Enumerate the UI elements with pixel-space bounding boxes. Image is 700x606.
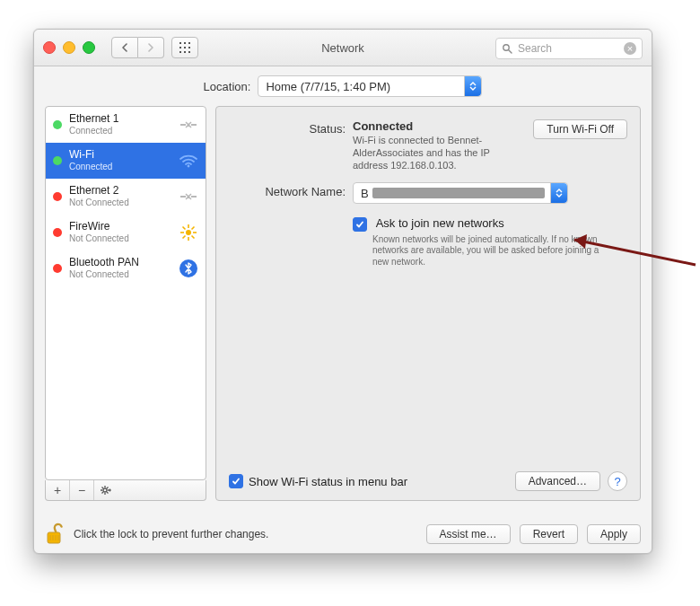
remove-interface-button[interactable]: − <box>70 480 94 500</box>
ask-join-checkbox[interactable] <box>353 217 367 232</box>
interface-item-wifi[interactable]: Wi-Fi Connected <box>46 143 206 179</box>
svg-point-12 <box>188 165 190 168</box>
revert-button[interactable]: Revert <box>520 524 578 544</box>
svg-rect-6 <box>179 51 181 53</box>
clear-search-button[interactable]: × <box>624 42 636 55</box>
firewire-icon <box>177 223 200 242</box>
interface-list[interactable]: Ethernet 1 Connected Wi-Fi Connected <box>45 106 206 480</box>
svg-rect-0 <box>179 42 181 44</box>
assist-button[interactable]: Assist me… <box>426 524 511 544</box>
ask-join-label: Ask to join new networks <box>376 216 504 230</box>
lock-button[interactable] <box>45 523 65 546</box>
search-placeholder: Search <box>518 42 624 55</box>
unlocked-padlock-icon <box>45 523 65 546</box>
window-controls <box>43 41 95 54</box>
svg-point-9 <box>503 45 509 50</box>
chevron-left-icon <box>121 43 128 52</box>
search-field[interactable]: Search × <box>495 38 643 59</box>
location-label: Location: <box>204 80 251 93</box>
ethernet-icon <box>177 187 200 206</box>
gear-icon <box>100 485 112 496</box>
status-dot-icon <box>53 264 62 273</box>
close-window-button[interactable] <box>43 41 56 54</box>
svg-point-11 <box>188 124 189 126</box>
network-name-prefix: B <box>361 187 369 200</box>
svg-point-13 <box>188 196 189 198</box>
sidebar-toolbar: + − <box>45 480 206 501</box>
svg-rect-7 <box>184 51 186 53</box>
interface-name: Wi-Fi <box>69 149 170 162</box>
network-prefs-window: Network Search × Location: Home (7/7/15,… <box>33 29 652 554</box>
location-value: Home (7/7/15, 1:40 PM) <box>266 80 390 93</box>
svg-line-19 <box>183 227 186 230</box>
svg-rect-3 <box>179 47 181 48</box>
ethernet-icon <box>177 115 200 135</box>
show-menubar-checkbox[interactable] <box>229 474 243 488</box>
interface-item-firewire[interactable]: FireWire Not Connected <box>46 215 206 250</box>
bluetooth-icon <box>177 259 200 278</box>
stepper-arrows-icon <box>550 183 567 203</box>
svg-line-32 <box>102 492 104 494</box>
wifi-icon <box>177 151 200 171</box>
status-value: Connected <box>353 119 517 133</box>
lock-text: Click the lock to prevent further change… <box>74 528 268 540</box>
interface-actions-button[interactable] <box>94 480 118 500</box>
interface-item-ethernet-1[interactable]: Ethernet 1 Connected <box>46 107 206 143</box>
advanced-button[interactable]: Advanced… <box>515 471 600 491</box>
stepper-arrows-icon <box>464 76 481 96</box>
svg-line-30 <box>107 492 109 494</box>
svg-rect-4 <box>184 47 186 48</box>
interface-name: FireWire <box>69 221 170 233</box>
back-button[interactable] <box>111 37 138 58</box>
svg-point-24 <box>103 488 107 492</box>
help-button[interactable]: ? <box>608 471 627 491</box>
wifi-toggle-button[interactable]: Turn Wi-Fi Off <box>533 119 627 139</box>
minimize-window-button[interactable] <box>63 41 75 54</box>
interface-name: Bluetooth PAN <box>69 257 170 269</box>
status-label: Status: <box>229 119 353 136</box>
interface-name: Ethernet 1 <box>69 113 170 126</box>
svg-line-29 <box>102 487 104 489</box>
interface-sidebar: Ethernet 1 Connected Wi-Fi Connected <box>45 106 206 501</box>
titlebar: Network Search × <box>34 30 652 66</box>
interface-name: Ethernet 2 <box>69 185 170 198</box>
nav-buttons <box>111 37 164 58</box>
footer: Click the lock to prevent further change… <box>45 523 641 546</box>
forward-button[interactable] <box>138 37 164 58</box>
status-info: Wi-Fi is connected to Bennet-AlderAssoci… <box>353 135 517 171</box>
status-dot-icon <box>53 228 62 237</box>
interface-status: Not Connected <box>69 198 170 208</box>
network-name-redacted <box>372 188 545 198</box>
svg-rect-5 <box>188 47 190 48</box>
svg-rect-8 <box>188 51 190 53</box>
interface-status: Connected <box>69 162 170 172</box>
svg-line-31 <box>107 487 109 489</box>
location-select[interactable]: Home (7/7/15, 1:40 PM) <box>258 75 482 97</box>
show-all-button[interactable] <box>171 37 198 58</box>
interface-status: Connected <box>69 126 170 136</box>
apply-button[interactable]: Apply <box>587 524 641 544</box>
svg-rect-1 <box>184 42 186 44</box>
search-icon <box>502 43 512 54</box>
svg-line-22 <box>183 236 186 239</box>
svg-rect-2 <box>188 42 190 44</box>
show-menubar-label: Show Wi-Fi status in menu bar <box>249 475 407 488</box>
detail-panel: Status: Connected Wi-Fi is connected to … <box>215 106 641 501</box>
svg-line-21 <box>192 227 195 230</box>
svg-line-20 <box>192 236 195 239</box>
add-interface-button[interactable]: + <box>46 480 70 500</box>
interface-status: Not Connected <box>69 269 170 280</box>
interface-status: Not Connected <box>69 233 170 244</box>
status-dot-icon <box>53 120 62 129</box>
status-dot-icon <box>53 192 62 201</box>
ask-join-hint: Known networks will be joined automatica… <box>372 234 606 268</box>
interface-item-ethernet-2[interactable]: Ethernet 2 Not Connected <box>46 179 206 215</box>
grid-icon <box>179 42 190 53</box>
interface-item-bluetooth-pan[interactable]: Bluetooth PAN Not Connected <box>46 250 206 286</box>
zoom-window-button[interactable] <box>83 41 95 54</box>
location-row: Location: Home (7/7/15, 1:40 PM) <box>34 66 652 106</box>
network-name-label: Network Name: <box>229 182 353 198</box>
svg-point-14 <box>186 230 191 235</box>
status-dot-icon <box>53 156 62 165</box>
network-name-select[interactable]: B <box>353 182 568 204</box>
